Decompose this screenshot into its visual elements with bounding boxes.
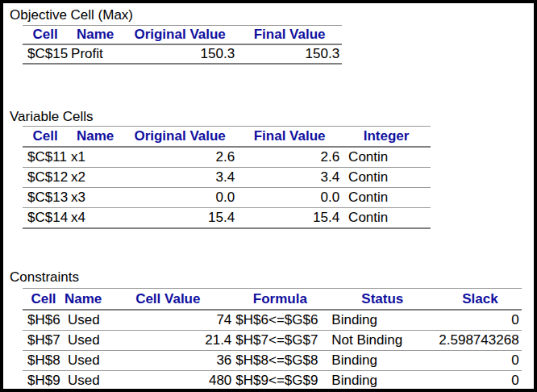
constraint-formula: $H$9<=$G$9 [234,371,326,392]
col-header-formula: Formula [234,289,326,311]
cell-ref: $C$14 [23,208,68,229]
constraints-header-row: Cell Name Cell Value Formula Status Slac… [23,289,522,311]
cell-name: Profit [68,44,123,64]
cell-ref: $C$15 [23,44,68,64]
final-value: 150.3 [237,44,342,64]
final-value: 2.6 [237,147,342,168]
cell-ref: $C$11 [23,147,68,168]
col-header-status: Status [326,289,439,311]
original-value: 150.3 [123,44,237,64]
col-header-final-value: Final Value [237,127,342,148]
slack-value: 0 [439,371,521,392]
integer-type: Contin [342,147,431,168]
table-row: $H$8 Used 36 $H$8<=$G$8 Binding 0 [23,351,522,371]
cell-value: 36 [102,351,234,371]
table-row: $C$11 x1 2.6 2.6 Contin [23,147,431,168]
constraint-status: Binding [326,310,439,331]
table-row: $H$9 Used 480 $H$9<=$G$9 Binding 0 [23,371,522,392]
variable-cells-table: Cell Name Original Value Final Value Int… [23,126,431,229]
cell-name: Used [65,331,102,351]
integer-type: Contin [342,208,431,229]
final-value: 3.4 [237,168,342,188]
constraint-formula: $H$6<=$G$6 [234,310,326,331]
solver-answer-report: Objective Cell (Max) Cell Name Original … [0,0,537,392]
cell-ref: $C$12 [23,168,68,188]
final-value: 15.4 [237,208,342,229]
col-header-name: Name [68,127,123,148]
cell-name: x3 [68,188,123,208]
col-header-cell-value: Cell Value [102,289,234,311]
slack-value: 2.598743268 [439,331,521,351]
col-header-integer: Integer [342,127,431,148]
cell-name: Used [65,310,102,331]
constraint-status: Not Binding [326,331,439,351]
objective-section-title: Objective Cell (Max) [10,7,133,23]
col-header-slack: Slack [439,289,521,311]
table-row: $C$14 x4 15.4 15.4 Contin [23,208,431,229]
col-header-cell: Cell [23,26,68,45]
cell-ref: $C$13 [23,188,68,208]
cell-ref: $H$7 [23,331,65,351]
cell-ref: $H$8 [23,351,65,371]
final-value: 0.0 [237,188,342,208]
col-header-original-value: Original Value [123,26,237,45]
slack-value: 0 [439,310,521,331]
cell-value: 21.4 [102,331,234,351]
cell-name: x4 [68,208,123,229]
integer-type: Contin [342,168,431,188]
constraints-table: Cell Name Cell Value Formula Status Slac… [23,288,522,392]
objective-header-row: Cell Name Original Value Final Value [23,26,342,45]
constraint-status: Binding [326,371,439,392]
cell-name: x1 [68,147,123,168]
cell-name: Used [65,351,102,371]
variables-header-row: Cell Name Original Value Final Value Int… [23,127,431,148]
table-row: $H$6 Used 74 $H$6<=$G$6 Binding 0 [23,310,522,331]
table-row: $C$15 Profit 150.3 150.3 [23,44,342,64]
col-header-cell: Cell [23,289,65,311]
integer-type: Contin [342,188,431,208]
cell-value: 480 [102,371,234,392]
original-value: 0.0 [123,188,237,208]
col-header-name: Name [65,289,102,311]
original-value: 15.4 [123,208,237,229]
original-value: 3.4 [123,168,237,188]
objective-cell-table: Cell Name Original Value Final Value $C$… [23,25,342,65]
cell-ref: $H$9 [23,371,65,392]
constraint-formula: $H$7<=$G$7 [234,331,326,351]
constraint-status: Binding [326,351,439,371]
cell-name: x2 [68,168,123,188]
table-row: $H$7 Used 21.4 $H$7<=$G$7 Not Binding 2.… [23,331,522,351]
constraint-formula: $H$8<=$G$8 [234,351,326,371]
slack-value: 0 [439,351,521,371]
col-header-final-value: Final Value [237,26,342,45]
col-header-cell: Cell [23,127,68,148]
table-row: $C$12 x2 3.4 3.4 Contin [23,168,431,188]
cell-ref: $H$6 [23,310,65,331]
cell-value: 74 [102,310,234,331]
constraints-section-title: Constraints [10,269,79,286]
variables-section-title: Variable Cells [10,109,94,125]
table-row: $C$13 x3 0.0 0.0 Contin [23,188,431,208]
cell-name: Used [65,371,102,392]
col-header-name: Name [68,26,123,45]
original-value: 2.6 [123,147,237,168]
col-header-original-value: Original Value [123,127,237,148]
